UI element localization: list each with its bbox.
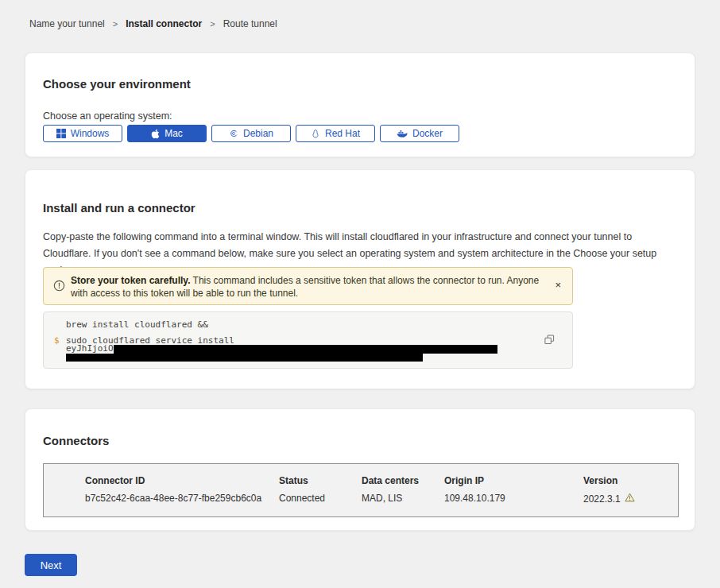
connectors-card: Connectors Connector ID b7c52c42-6caa-48… bbox=[25, 408, 695, 531]
table-header-status: Status bbox=[279, 475, 308, 486]
code-line-brew: brew install cloudflared && bbox=[66, 319, 208, 330]
token-redaction-bar bbox=[66, 354, 423, 362]
table-header-origin-ip: Origin IP bbox=[444, 475, 484, 486]
os-button-label: Red Hat bbox=[325, 128, 360, 139]
connectors-table: Connector ID b7c52c42-6caa-48ee-8c77-fbe… bbox=[43, 463, 679, 517]
token-redaction-bar bbox=[114, 345, 497, 354]
install-command-codeblock[interactable]: brew install cloudflared && $ sudo cloud… bbox=[43, 311, 573, 369]
version-text: 2022.3.1 bbox=[583, 493, 621, 505]
table-header-connector-id: Connector ID bbox=[85, 475, 145, 486]
os-button-label: Debian bbox=[243, 128, 273, 139]
os-button-redhat[interactable]: Red Hat bbox=[296, 125, 375, 142]
choose-environment-card: Choose your environment Choose an operat… bbox=[25, 52, 695, 157]
debian-icon bbox=[229, 129, 238, 138]
os-button-mac[interactable]: Mac bbox=[127, 125, 207, 142]
os-button-label: Docker bbox=[412, 128, 443, 139]
docker-whale-icon bbox=[397, 130, 408, 138]
os-button-docker[interactable]: Docker bbox=[380, 125, 459, 142]
os-button-label: Windows bbox=[71, 128, 110, 139]
token-warning-banner: Store your token carefully. This command… bbox=[43, 267, 573, 305]
breadcrumb-install-connector[interactable]: Install connector bbox=[126, 18, 202, 29]
table-header-data-centers: Data centers bbox=[362, 475, 419, 486]
linux-penguin-icon bbox=[311, 129, 320, 139]
table-header-version: Version bbox=[583, 475, 617, 486]
os-button-debian[interactable]: Debian bbox=[211, 125, 291, 142]
breadcrumb-separator: > bbox=[113, 19, 118, 29]
warning-message: Store your token carefully. This command… bbox=[71, 274, 540, 300]
close-icon[interactable]: × bbox=[555, 280, 561, 290]
next-button[interactable]: Next bbox=[25, 554, 77, 576]
warning-message-bold: Store your token carefully. bbox=[71, 275, 191, 286]
install-connector-card: Install and run a connector Copy-paste t… bbox=[25, 169, 695, 389]
breadcrumb-separator: > bbox=[210, 19, 215, 29]
warning-triangle-icon bbox=[625, 493, 635, 505]
os-button-group: Windows Mac Debian Red Hat bbox=[43, 125, 459, 142]
breadcrumb-route-tunnel[interactable]: Route tunnel bbox=[223, 18, 277, 29]
windows-icon bbox=[56, 129, 66, 138]
breadcrumb: Name your tunnel > Install connector > R… bbox=[29, 18, 277, 29]
install-card-title: Install and run a connector bbox=[43, 201, 195, 215]
copy-icon[interactable] bbox=[544, 335, 555, 347]
token-prefix-text: eyJhIjoiO bbox=[66, 344, 114, 354]
cell-origin-ip: 109.48.10.179 bbox=[444, 493, 505, 504]
cell-version: 2022.3.1 bbox=[583, 493, 635, 505]
token-line: eyJhIjoiO bbox=[66, 344, 497, 354]
breadcrumb-name-your-tunnel[interactable]: Name your tunnel bbox=[29, 18, 105, 29]
os-select-label: Choose an operating system: bbox=[43, 110, 172, 122]
cell-data-centers: MAD, LIS bbox=[362, 493, 402, 504]
apple-icon bbox=[151, 129, 160, 139]
connectors-card-title: Connectors bbox=[43, 434, 109, 447]
tunnel-setup-page: Name your tunnel > Install connector > R… bbox=[0, 0, 720, 588]
environment-card-title: Choose your environment bbox=[43, 77, 191, 91]
os-button-label: Mac bbox=[165, 128, 183, 139]
cell-connector-id: b7c52c42-6caa-48ee-8c77-fbe259cb6c0a bbox=[85, 493, 261, 504]
os-button-windows[interactable]: Windows bbox=[43, 125, 122, 142]
shell-prompt: $ bbox=[54, 335, 60, 346]
status-badge: Connected bbox=[279, 493, 325, 504]
alert-circle-icon bbox=[53, 280, 65, 295]
